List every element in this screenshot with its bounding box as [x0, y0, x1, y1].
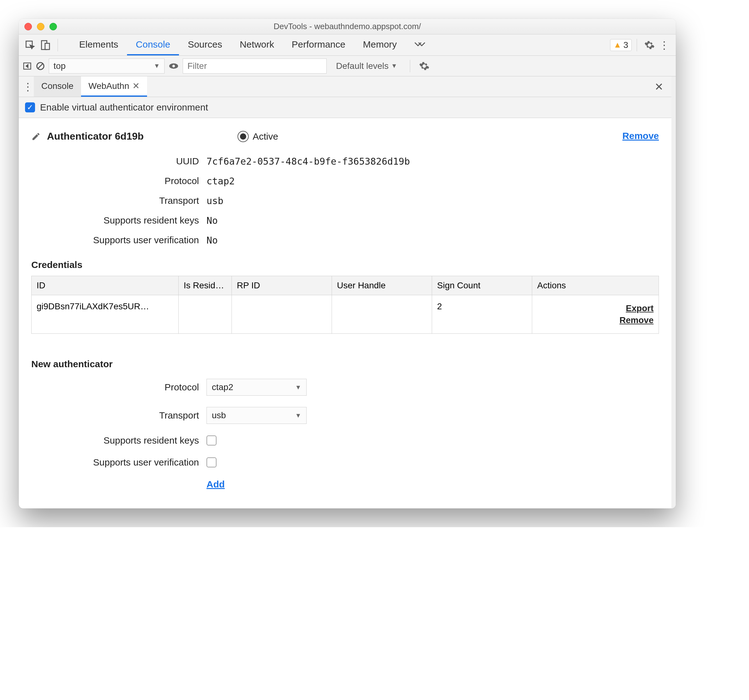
tab-performance[interactable]: Performance: [283, 34, 354, 55]
enable-virtual-auth-row: ✓ Enable virtual authenticator environme…: [19, 97, 671, 118]
svg-point-7: [173, 64, 175, 67]
drawer-tab-webauthn[interactable]: WebAuthn ✕: [81, 77, 147, 97]
console-toolbar: top ▼ Default levels ▼: [19, 56, 676, 77]
new-userverif-checkbox[interactable]: [206, 457, 217, 467]
credential-sign-count: 2: [432, 295, 532, 334]
add-authenticator-link[interactable]: Add: [206, 479, 225, 489]
new-resident-checkbox[interactable]: [206, 435, 217, 446]
console-settings-gear-icon[interactable]: [419, 61, 430, 71]
credentials-heading: Credentials: [31, 259, 659, 270]
chevron-down-icon: ▼: [154, 62, 160, 69]
tab-overflow-icon[interactable]: [405, 34, 434, 55]
device-toolbar-icon[interactable]: [38, 38, 53, 53]
credential-is-resident: [179, 295, 232, 334]
more-options-icon[interactable]: ⋮: [657, 38, 672, 53]
th-rp-id: RP ID: [232, 276, 332, 295]
tab-console[interactable]: Console: [127, 34, 179, 55]
transport-label: Transport: [31, 195, 206, 206]
th-id: ID: [32, 276, 179, 295]
drawer-tab-strip: ⋮ Console WebAuthn ✕ ✕: [19, 77, 671, 97]
chevron-down-icon: ▼: [295, 412, 301, 419]
uuid-value: 7cf6a7e2-0537-48c4-b9fe-f3653826d19b: [206, 156, 659, 167]
credential-user-handle: [332, 295, 432, 334]
svg-line-5: [38, 64, 43, 68]
resident-keys-value: No: [206, 215, 659, 226]
divider: [637, 39, 637, 51]
drawer-tab-console[interactable]: Console: [34, 77, 81, 97]
main-tab-strip: Elements Console Sources Network Perform…: [19, 34, 676, 56]
remove-authenticator-link[interactable]: Remove: [622, 130, 659, 141]
table-row: gi9DBsn77iLAXdK7es5UR… 2 Export Remove: [32, 295, 659, 334]
export-credential-link[interactable]: Export: [537, 303, 654, 313]
execution-context-select[interactable]: top ▼: [49, 58, 165, 74]
enable-virtual-auth-label: Enable virtual authenticator environment: [40, 102, 208, 113]
scrollbar[interactable]: [671, 77, 676, 509]
active-label: Active: [252, 131, 278, 142]
live-expression-icon[interactable]: [168, 61, 179, 71]
user-verification-label: Supports user verification: [31, 235, 206, 246]
chevron-down-icon: ▼: [391, 62, 397, 69]
th-sign-count: Sign Count: [432, 276, 532, 295]
tab-elements[interactable]: Elements: [70, 34, 127, 55]
authenticator-title: Authenticator 6d19b: [47, 130, 144, 142]
th-is-resident: Is Resid…: [179, 276, 232, 295]
tab-network[interactable]: Network: [231, 34, 283, 55]
tab-sources[interactable]: Sources: [179, 34, 231, 55]
settings-gear-icon[interactable]: [642, 38, 657, 53]
clear-console-icon[interactable]: [36, 61, 45, 71]
warning-icon: ▲: [613, 40, 622, 50]
divider: [410, 60, 410, 72]
credential-id: gi9DBsn77iLAXdK7es5UR…: [37, 302, 173, 311]
drawer-tab-label: WebAuthn: [89, 81, 129, 91]
console-sidebar-toggle-icon[interactable]: [23, 61, 32, 71]
authenticator-header: Authenticator 6d19b Active Remove: [31, 130, 659, 142]
tab-memory[interactable]: Memory: [354, 34, 405, 55]
execution-context-value: top: [54, 61, 66, 71]
log-levels-select[interactable]: Default levels ▼: [336, 61, 397, 71]
log-levels-label: Default levels: [336, 61, 388, 71]
active-radio[interactable]: Active: [237, 131, 278, 142]
resident-keys-label: Supports resident keys: [31, 215, 206, 226]
credentials-table: ID Is Resid… RP ID User Handle Sign Coun…: [31, 276, 659, 334]
new-protocol-value: ctap2: [212, 382, 233, 392]
transport-value: usb: [206, 195, 659, 206]
remove-credential-link[interactable]: Remove: [537, 315, 654, 325]
filter-input[interactable]: [183, 58, 327, 74]
new-authenticator-heading: New authenticator: [31, 359, 659, 369]
user-verification-value: No: [206, 235, 659, 246]
table-header-row: ID Is Resid… RP ID User Handle Sign Coun…: [32, 276, 659, 295]
protocol-value: ctap2: [206, 176, 659, 187]
uuid-label: UUID: [31, 156, 206, 167]
new-protocol-select[interactable]: ctap2 ▼: [206, 379, 307, 396]
new-protocol-label: Protocol: [31, 382, 206, 392]
new-transport-value: usb: [212, 411, 226, 420]
window-title: DevTools - webauthndemo.appspot.com/: [19, 21, 676, 31]
new-userverif-label: Supports user verification: [31, 457, 206, 468]
new-authenticator-form: Protocol ctap2 ▼ Transport usb ▼ Support…: [31, 379, 659, 490]
th-actions: Actions: [532, 276, 659, 295]
authenticator-fields: UUID 7cf6a7e2-0537-48c4-b9fe-f3653826d19…: [31, 156, 659, 246]
new-transport-label: Transport: [31, 410, 206, 421]
edit-name-icon[interactable]: [31, 132, 41, 141]
drawer-more-icon[interactable]: ⋮: [23, 80, 34, 93]
new-transport-select[interactable]: usb ▼: [206, 407, 307, 424]
warnings-badge[interactable]: ▲ 3: [610, 39, 632, 51]
inspect-element-icon[interactable]: [23, 38, 38, 53]
divider: [58, 39, 58, 51]
warning-count: 3: [623, 40, 628, 50]
close-tab-icon[interactable]: ✕: [132, 81, 139, 91]
radio-icon: [237, 131, 249, 142]
new-resident-label: Supports resident keys: [31, 435, 206, 446]
protocol-label: Protocol: [31, 176, 206, 187]
credential-rp-id: [232, 295, 332, 334]
main-tabs-list: Elements Console Sources Network Perform…: [70, 34, 434, 55]
webauthn-panel: Authenticator 6d19b Active Remove UUID 7…: [19, 118, 671, 509]
svg-rect-2: [45, 43, 49, 49]
chevron-down-icon: ▼: [295, 384, 301, 391]
devtools-window: DevTools - webauthndemo.appspot.com/ Ele…: [19, 19, 676, 509]
th-user-handle: User Handle: [332, 276, 432, 295]
close-drawer-icon[interactable]: ✕: [650, 80, 668, 93]
enable-virtual-auth-checkbox[interactable]: ✓: [25, 103, 35, 112]
window-titlebar: DevTools - webauthndemo.appspot.com/: [19, 19, 676, 34]
